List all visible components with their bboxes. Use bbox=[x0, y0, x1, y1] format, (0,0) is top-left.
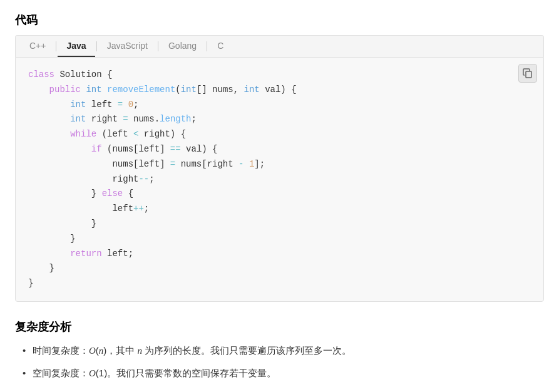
copy-button[interactable] bbox=[518, 64, 537, 83]
tab-javascript[interactable]: JavaScript bbox=[98, 36, 156, 57]
language-tabs: C++ Java JavaScript Golang C bbox=[15, 35, 544, 57]
svg-rect-0 bbox=[526, 71, 531, 78]
tab-cpp[interactable]: C++ bbox=[21, 36, 54, 57]
tab-divider-3 bbox=[158, 41, 158, 51]
tab-divider-4 bbox=[207, 41, 207, 51]
code-content: class Solution { public int removeElemen… bbox=[28, 68, 531, 291]
tab-java[interactable]: Java bbox=[58, 36, 95, 57]
complexity-list: 时间复杂度：O(n)，其中 n 为序列的长度。我们只需要遍历该序列至多一次。 空… bbox=[15, 342, 544, 382]
code-section-title: 代码 bbox=[15, 13, 544, 28]
tab-c[interactable]: C bbox=[208, 36, 232, 57]
tab-divider-2 bbox=[96, 41, 97, 51]
tab-golang[interactable]: Golang bbox=[160, 36, 205, 57]
code-block: class Solution { public int removeElemen… bbox=[15, 57, 544, 302]
complexity-title: 复杂度分析 bbox=[15, 319, 544, 334]
complexity-section: 复杂度分析 时间复杂度：O(n)，其中 n 为序列的长度。我们只需要遍历该序列至… bbox=[15, 319, 544, 382]
tab-divider-1 bbox=[56, 41, 56, 51]
time-complexity-item: 时间复杂度：O(n)，其中 n 为序列的长度。我们只需要遍历该序列至多一次。 bbox=[20, 342, 544, 359]
space-complexity-item: 空间复杂度：O(1)。我们只需要常数的空间保存若干变量。 bbox=[20, 364, 544, 382]
